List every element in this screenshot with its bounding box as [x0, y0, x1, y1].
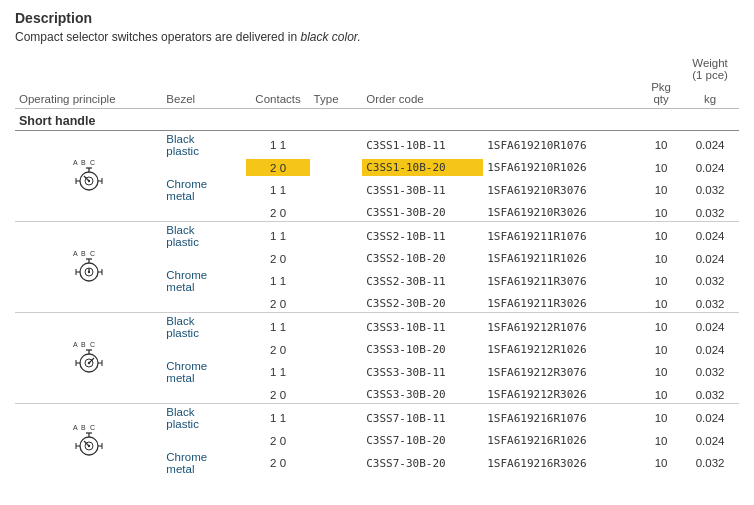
pkg-qty-cell: 10 [641, 386, 681, 404]
col-header-2: Contacts [246, 54, 309, 109]
weight-cell: 0.032 [681, 204, 739, 222]
sfa-code-cell: 1SFA619211R1026 [483, 250, 641, 267]
contacts-cell: 1 1 [246, 131, 309, 160]
svg-text:B: B [81, 159, 86, 166]
weight-cell: 0.024 [681, 250, 739, 267]
svg-point-34 [87, 362, 89, 364]
table-row: A B C Blackplastic1 1C3SS2-10B-111SFA619… [15, 222, 739, 251]
bezel-cell [162, 386, 246, 404]
table-row: A B C Blackplastic1 1C3SS1-10B-111SFA619… [15, 131, 739, 160]
pkg-qty-cell: 10 [641, 159, 681, 176]
pkg-qty-cell: 10 [641, 204, 681, 222]
weight-cell: 0.024 [681, 313, 739, 342]
order-code-cell: C3SS3-30B-20 [362, 386, 483, 404]
contacts-cell: 2 0 [246, 250, 309, 267]
order-code-cell: C3SS7-10B-20 [362, 432, 483, 449]
weight-cell: 0.024 [681, 341, 739, 358]
order-code-cell: C3SS1-30B-20 [362, 204, 483, 222]
order-code-cell: C3SS2-30B-11 [362, 267, 483, 295]
type-cell [310, 432, 363, 449]
sfa-code-cell: 1SFA619216R1076 [483, 404, 641, 433]
bezel-cell: Chromemetal [162, 449, 246, 477]
svg-text:A: A [73, 250, 78, 257]
svg-text:C: C [90, 250, 95, 257]
contacts-cell: 2 0 [246, 159, 309, 176]
weight-cell: 0.032 [681, 176, 739, 204]
type-cell [310, 159, 363, 176]
op-icon-cell: A B C [15, 131, 162, 222]
type-cell [310, 176, 363, 204]
svg-text:B: B [81, 424, 86, 431]
col-header-5 [483, 54, 641, 109]
pkg-qty-cell: 10 [641, 432, 681, 449]
pkg-qty-cell: 10 [641, 449, 681, 477]
svg-text:B: B [81, 341, 86, 348]
bezel-cell: Blackplastic [162, 222, 246, 251]
op-icon-cell: A B C [15, 313, 162, 404]
order-code-cell: C3SS1-30B-11 [362, 176, 483, 204]
sfa-code-cell: 1SFA619210R3026 [483, 204, 641, 222]
svg-text:C: C [90, 341, 95, 348]
pkg-qty-cell: 10 [641, 313, 681, 342]
contacts-cell: 2 0 [246, 449, 309, 477]
type-cell [310, 404, 363, 433]
svg-text:C: C [90, 424, 95, 431]
svg-point-8 [87, 180, 89, 182]
contacts-cell: 2 0 [246, 432, 309, 449]
col-header-3: Type [310, 54, 363, 109]
sfa-code-cell: 1SFA619210R3076 [483, 176, 641, 204]
svg-text:A: A [73, 424, 78, 431]
weight-cell: 0.024 [681, 404, 739, 433]
bezel-cell: Blackplastic [162, 313, 246, 342]
sfa-code-cell: 1SFA619210R1026 [483, 159, 641, 176]
bezel-cell [162, 250, 246, 267]
order-code-cell: C3SS3-10B-20 [362, 341, 483, 358]
svg-point-47 [87, 444, 89, 446]
sfa-code-cell: 1SFA619212R3026 [483, 386, 641, 404]
svg-text:A: A [73, 159, 78, 166]
op-icon-cell: A B C [15, 404, 162, 478]
pkg-qty-cell: 10 [641, 341, 681, 358]
pkg-qty-cell: 10 [641, 131, 681, 160]
svg-text:B: B [81, 250, 86, 257]
contacts-cell: 2 0 [246, 295, 309, 313]
col-header-6: Pkgqty [641, 54, 681, 109]
description-text: Compact selector switches operators are … [15, 30, 739, 44]
order-code-cell: C3SS1-10B-20 [362, 159, 483, 176]
pkg-qty-cell: 10 [641, 295, 681, 313]
type-cell [310, 386, 363, 404]
type-cell [310, 295, 363, 313]
sfa-code-cell: 1SFA619212R1026 [483, 341, 641, 358]
col-header-4: Order code [362, 54, 483, 109]
col-header-0: Operating principle [15, 54, 162, 109]
weight-cell: 0.024 [681, 222, 739, 251]
weight-cell: 0.032 [681, 386, 739, 404]
description-text-emphasis: black color. [300, 30, 360, 44]
type-cell [310, 267, 363, 295]
section-header-short-handle: Short handle [15, 109, 739, 131]
bezel-cell [162, 204, 246, 222]
bezel-cell: Chromemetal [162, 358, 246, 386]
svg-text:C: C [90, 159, 95, 166]
sfa-code-cell: 1SFA619211R1076 [483, 222, 641, 251]
sfa-code-cell: 1SFA619216R1026 [483, 432, 641, 449]
contacts-cell: 1 1 [246, 222, 309, 251]
pkg-qty-cell: 10 [641, 358, 681, 386]
product-table: Operating principleBezelContactsTypeOrde… [15, 54, 739, 477]
order-code-cell: C3SS3-10B-11 [362, 313, 483, 342]
svg-point-21 [87, 271, 89, 273]
order-code-cell: C3SS2-10B-20 [362, 250, 483, 267]
table-row: A B C Blackplastic1 1C3SS7-10B-111SFA619… [15, 404, 739, 433]
bezel-cell [162, 295, 246, 313]
order-code-cell: C3SS2-10B-11 [362, 222, 483, 251]
sfa-code-cell: 1SFA619216R3026 [483, 449, 641, 477]
col-header-7: Weight(1 pce)kg [681, 54, 739, 109]
contacts-cell: 1 1 [246, 313, 309, 342]
description-title: Description [15, 10, 739, 26]
weight-cell: 0.032 [681, 267, 739, 295]
pkg-qty-cell: 10 [641, 222, 681, 251]
order-code-cell: C3SS7-10B-11 [362, 404, 483, 433]
type-cell [310, 131, 363, 160]
contacts-cell: 1 1 [246, 267, 309, 295]
type-cell [310, 204, 363, 222]
